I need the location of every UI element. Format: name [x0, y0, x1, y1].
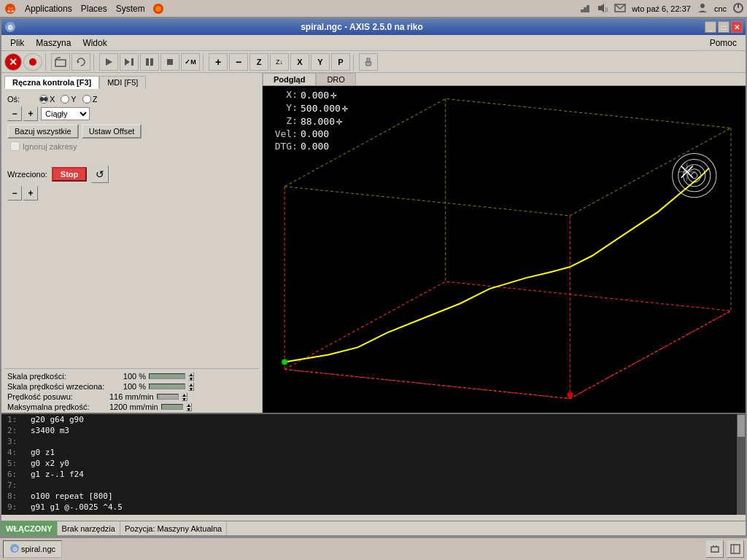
- menu-view[interactable]: Widok: [77, 36, 112, 50]
- max-speed-row: Maksymalna prędkość: 1200 mm/min ▲ ▼: [7, 402, 256, 411]
- home-y-button[interactable]: Y: [311, 53, 330, 71]
- left-spacer: [4, 206, 259, 368]
- ignore-limits-row: Ignoruj zakresy: [10, 141, 256, 151]
- taskbar-btn-2[interactable]: [727, 540, 744, 558]
- dro-z-row: Z: 88.000✛: [268, 115, 352, 127]
- title-bar: ⚙ spiral.ngc - AXIS 2.5.0 na riko _ □ ✕: [1, 19, 746, 35]
- svg-text:🦊: 🦊: [7, 5, 15, 14]
- volume-icon: )): [597, 2, 608, 15]
- viewport-3d[interactable]: X: 0.000✛ Y: 500.000✛ Z: 88.000✛ Vel: 0.…: [263, 86, 746, 419]
- stop-button[interactable]: [160, 53, 179, 71]
- taskbar-system[interactable]: System: [112, 2, 150, 15]
- estop-button[interactable]: ✕: [4, 53, 22, 71]
- jog-minus-button[interactable]: −: [7, 106, 22, 121]
- minus-jog-button[interactable]: −: [229, 53, 248, 71]
- code-line-number: 5:: [7, 459, 25, 468]
- home-z-button[interactable]: Z: [249, 53, 268, 71]
- feed-speed-down-arrow[interactable]: ▼: [182, 397, 187, 401]
- feed-rate-down-arrow[interactable]: ▼: [188, 376, 194, 381]
- axis-z-radio[interactable]: [82, 95, 91, 104]
- ignore-limits-label: Ignoruj zakresy: [23, 142, 77, 151]
- taskbar-app-button[interactable]: ⚙ spiral.ngc: [3, 540, 62, 558]
- tab-mdi[interactable]: MDI [F5]: [99, 76, 146, 89]
- window-icon: ⚙: [4, 21, 16, 33]
- taskbar-btn-1[interactable]: [706, 540, 724, 558]
- code-scrollbar-thumb[interactable]: [738, 415, 745, 437]
- menu-file[interactable]: Plik: [4, 36, 30, 50]
- svg-rect-16: [55, 60, 66, 66]
- spindle-plus-button[interactable]: +: [23, 186, 38, 201]
- spindle-stop-button[interactable]: Stop: [52, 167, 87, 182]
- home-p-button[interactable]: P: [331, 53, 350, 71]
- jog-plus-button[interactable]: +: [23, 106, 38, 121]
- max-speed-down-arrow[interactable]: ▼: [186, 407, 192, 411]
- tab-manual[interactable]: Ręczna kontrola [F3]: [4, 76, 99, 89]
- axis-x-radio[interactable]: [39, 95, 48, 104]
- open-button[interactable]: [51, 53, 70, 71]
- max-speed-label: Maksymalna prędkość:: [7, 402, 109, 411]
- code-line: 4:g0 z1: [1, 447, 746, 458]
- firefox-icon[interactable]: [152, 3, 164, 15]
- svg-rect-47: [711, 547, 719, 552]
- menu-machine[interactable]: Maszyna: [30, 36, 77, 50]
- reload-button[interactable]: [71, 53, 90, 71]
- maximize-button[interactable]: □: [718, 21, 729, 33]
- home-x-button[interactable]: X: [290, 53, 309, 71]
- axis-y-option[interactable]: Y: [61, 95, 76, 104]
- home-all-button[interactable]: Bazuj wszystkie: [7, 124, 79, 139]
- step-button[interactable]: [120, 53, 139, 71]
- code-line-number: 4:: [7, 448, 25, 457]
- run-button[interactable]: [99, 53, 118, 71]
- tab-preview[interactable]: Podgląd: [263, 73, 316, 85]
- power-icon[interactable]: [732, 2, 744, 15]
- feed-speed-track[interactable]: [157, 394, 179, 400]
- axis-x-option[interactable]: X: [39, 95, 55, 104]
- svg-rect-5: [584, 7, 587, 12]
- tab-dro[interactable]: DRO: [316, 73, 355, 85]
- set-offset-button[interactable]: Ustaw Offset: [82, 124, 142, 139]
- code-line-content: g0 x2 y0: [31, 459, 69, 468]
- code-content-area: 1:g20 g64 g902:s3400 m33:4:g0 z15:g0 x2 …: [1, 414, 746, 515]
- svg-text:⚙: ⚙: [12, 546, 18, 553]
- code-line-content: o100 repeat [800]: [31, 491, 113, 501]
- taskbar-places[interactable]: Places: [77, 2, 112, 15]
- axis-y-radio[interactable]: [61, 95, 69, 104]
- code-lines: 1:g20 g64 g902:s3400 m33:4:g0 z15:g0 x2 …: [1, 414, 746, 513]
- dro-display: X: 0.000✛ Y: 500.000✛ Z: 88.000✛ Vel: 0.…: [268, 89, 352, 153]
- dro-x-value: 0.000✛: [301, 89, 352, 101]
- spindle-minus-button[interactable]: −: [7, 186, 22, 201]
- spindle-rate-row: Skala prędkości wrzeciona: 100 % ▲ ▼: [7, 382, 256, 391]
- verify-button[interactable]: ✓M: [181, 53, 200, 71]
- spindle-rate-track[interactable]: [149, 384, 185, 389]
- close-button[interactable]: ✕: [731, 21, 743, 33]
- dro-dtg-row: DTG: 0.000: [268, 141, 352, 152]
- axis-z-label: Z: [93, 95, 98, 104]
- record-button[interactable]: [23, 53, 42, 71]
- touch-z-button[interactable]: Z↓: [270, 53, 289, 71]
- axis-z-option[interactable]: Z: [82, 95, 98, 104]
- minimize-button[interactable]: _: [705, 21, 716, 33]
- code-scrollbar[interactable]: [737, 414, 746, 515]
- spindle-rotate-button[interactable]: ↺: [91, 166, 109, 183]
- toolbar-sep-4: [353, 53, 356, 71]
- plus-jog-button[interactable]: +: [209, 53, 228, 71]
- svg-point-32: [673, 154, 716, 198]
- taskbar-applications[interactable]: Applications: [20, 2, 77, 15]
- dro-y-row: Y: 500.000✛: [268, 102, 352, 114]
- spindle-rate-down-arrow[interactable]: ▼: [188, 386, 194, 391]
- max-speed-track[interactable]: [161, 404, 183, 410]
- ignore-limits-checkbox[interactable]: [10, 141, 20, 151]
- pause-button[interactable]: [140, 53, 159, 71]
- machine-state: WŁĄCZONY: [1, 521, 58, 535]
- clean-button[interactable]: [359, 53, 378, 71]
- spindle-rate-label: Skala prędkości wrzeciona:: [7, 382, 109, 391]
- dro-dtg-value: 0.000: [301, 141, 352, 152]
- feed-rate-track[interactable]: [149, 373, 185, 379]
- code-line-number: 9:: [7, 502, 25, 512]
- dro-z-label: Z:: [268, 115, 298, 127]
- code-line: 7:: [1, 480, 746, 491]
- user-icon: [697, 2, 708, 15]
- menu-help[interactable]: Pomoc: [704, 36, 743, 50]
- taskbar-right: )) wto paź 6, 22:37 cnc: [579, 2, 744, 15]
- jog-mode-select[interactable]: Ciągły Krokowy MPG: [41, 107, 90, 120]
